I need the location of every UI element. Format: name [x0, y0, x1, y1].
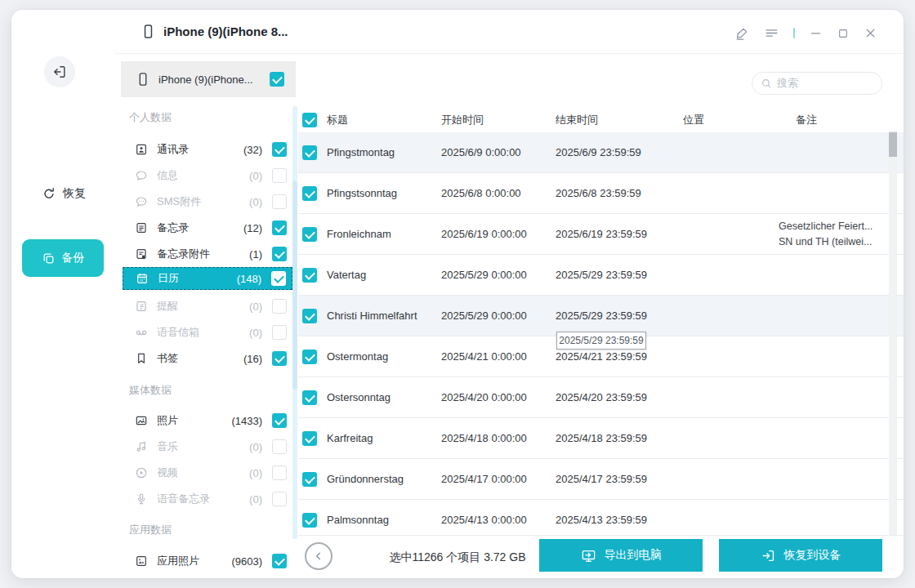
category-videos[interactable]: 视频 (0) — [123, 461, 292, 484]
row-checkbox[interactable] — [302, 350, 317, 364]
row-checkbox[interactable] — [302, 186, 317, 201]
bookmarks-checkbox[interactable] — [272, 351, 287, 366]
row-checkbox[interactable] — [302, 227, 317, 242]
category-note-attachments[interactable]: 备忘录附件 (1) — [123, 243, 292, 265]
table-header: 标题 开始时间 结束时间 位置 备注 — [298, 109, 904, 131]
music-icon — [135, 440, 148, 453]
category-contacts[interactable]: 通讯录 (32) — [123, 138, 292, 161]
minimize-icon[interactable] — [809, 26, 823, 40]
table-row[interactable]: Pfingstmontag 2025/6/9 0:00:00 2025/6/9 … — [298, 132, 904, 173]
messages-checkbox[interactable] — [272, 168, 287, 183]
window-title: iPhone (9)(iPhone 8... — [141, 23, 288, 40]
note-attachment-icon — [135, 247, 148, 261]
table-scrollbar-thumb[interactable] — [889, 132, 897, 157]
restore-to-device-label: 恢复到设备 — [784, 548, 841, 563]
end-time-tooltip: 2025/5/29 23:59:59 — [556, 332, 646, 350]
titlebar-divider — [114, 53, 904, 54]
category-voicemail[interactable]: 语音信箱 (0) — [123, 321, 292, 344]
voicemail-icon — [135, 326, 148, 339]
window-controls — [734, 25, 877, 41]
table-row[interactable]: Gründonnerstag 2025/4/17 0:00:00 2025/4/… — [298, 459, 904, 500]
calendar-checkbox[interactable] — [271, 271, 286, 286]
device-selector[interactable]: iPhone (9)(iPhone... — [121, 61, 296, 97]
search-icon — [761, 78, 772, 89]
maximize-icon[interactable] — [837, 27, 850, 40]
row-checkbox[interactable] — [302, 513, 317, 528]
back-button[interactable] — [44, 56, 75, 87]
table-row[interactable]: Christi Himmelfahrt 2025/5/29 0:00:00 20… — [298, 296, 904, 336]
copy-icon — [42, 252, 56, 265]
photos-checkbox[interactable] — [272, 413, 287, 428]
category-music[interactable]: 音乐 (0) — [123, 435, 292, 458]
sms-attachments-checkbox[interactable] — [272, 194, 287, 209]
category-sms-attachments[interactable]: SMS附件 (0) — [123, 190, 292, 213]
device-checkbox[interactable] — [270, 72, 284, 87]
videos-icon — [135, 466, 148, 479]
nav-restore[interactable]: 恢复 — [42, 184, 86, 203]
selection-summary: 选中11266 个项目 3.72 GB — [372, 536, 543, 578]
notes-checkbox[interactable] — [272, 220, 287, 235]
restore-to-device-button[interactable]: 恢复到设备 — [719, 539, 882, 572]
category-photos[interactable]: 照片 (1433) — [123, 409, 292, 432]
select-all-checkbox[interactable] — [302, 113, 317, 127]
row-note: Gesetzlicher Feiert... SN und TH (teilwe… — [779, 218, 899, 250]
table-row[interactable]: Pfingstsonntag 2025/6/8 0:00:00 2025/6/8… — [298, 173, 904, 214]
voicemail-checkbox[interactable] — [272, 325, 287, 340]
controls-separator — [793, 28, 795, 38]
section-media-data: 媒体数据 — [129, 381, 172, 400]
restore-device-icon — [761, 548, 776, 564]
category-app-photos[interactable]: 应用照片 (9603) — [123, 550, 292, 572]
category-bookmarks[interactable]: 书签 (16) — [123, 347, 292, 370]
search-input[interactable]: 搜索 — [752, 72, 882, 95]
refresh-icon — [42, 186, 56, 201]
pen-icon[interactable] — [734, 25, 750, 41]
section-personal-data: 个人数据 — [129, 108, 172, 127]
device-name: iPhone (9)(iPhone... — [158, 74, 253, 86]
column-title: 标题 — [327, 109, 348, 131]
category-messages[interactable]: 信息 (0) — [123, 164, 292, 187]
table-row[interactable]: Vatertag 2025/5/29 0:00:00 2025/5/29 23:… — [298, 255, 904, 296]
close-icon[interactable] — [864, 26, 877, 40]
phone-icon — [136, 71, 150, 87]
table-scrollbar[interactable] — [889, 131, 897, 535]
category-voice-memos[interactable]: 语音备忘录 (0) — [123, 488, 292, 510]
row-checkbox[interactable] — [302, 145, 317, 160]
row-checkbox[interactable] — [302, 309, 317, 323]
category-notes[interactable]: 备忘录 (12) — [123, 216, 292, 239]
column-note: 备注 — [796, 109, 817, 131]
note-attachments-checkbox[interactable] — [272, 247, 287, 261]
row-checkbox[interactable] — [302, 390, 317, 405]
table-row[interactable]: Karfreitag 2025/4/18 0:00:00 2025/4/18 2… — [298, 418, 904, 459]
left-sidebar: 恢复 备份 — [11, 10, 115, 578]
nav-backup[interactable]: 备份 — [22, 239, 104, 277]
microphone-icon — [135, 492, 148, 506]
contacts-checkbox[interactable] — [272, 142, 287, 157]
category-scrollbar-thumb[interactable] — [292, 181, 297, 390]
table-row[interactable]: Palmsonntag 2025/4/13 0:00:00 2025/4/13 … — [298, 500, 904, 535]
app-photos-icon — [135, 555, 148, 568]
app-photos-checkbox[interactable] — [272, 554, 287, 568]
voice-memos-checkbox[interactable] — [272, 492, 287, 506]
table-row[interactable]: Ostersonntag 2025/4/20 0:00:00 2025/4/20… — [298, 377, 904, 418]
music-checkbox[interactable] — [272, 439, 287, 454]
calendar-icon — [136, 272, 149, 285]
row-checkbox[interactable] — [302, 472, 317, 487]
category-calendar[interactable]: 日历 (148) — [123, 267, 292, 290]
videos-checkbox[interactable] — [272, 466, 287, 480]
phone-icon — [141, 23, 156, 40]
column-location: 位置 — [683, 109, 704, 131]
menu-icon[interactable] — [764, 25, 779, 41]
notes-icon — [135, 221, 148, 234]
export-to-pc-button[interactable]: 导出到电脑 — [539, 539, 703, 572]
row-checkbox[interactable] — [302, 268, 317, 283]
category-reminders[interactable]: 提醒 (0) — [123, 295, 292, 318]
photos-icon — [135, 414, 148, 427]
nav-restore-label: 恢复 — [63, 186, 86, 201]
category-scrollbar[interactable] — [292, 106, 297, 539]
column-end: 结束时间 — [556, 109, 598, 131]
collapse-back-button[interactable] — [305, 542, 333, 570]
row-checkbox[interactable] — [302, 431, 317, 446]
table-row[interactable]: Fronleichnam 2025/6/19 0:00:00 2025/6/19… — [298, 214, 904, 255]
reminders-checkbox[interactable] — [272, 299, 287, 314]
exit-icon — [51, 64, 68, 80]
